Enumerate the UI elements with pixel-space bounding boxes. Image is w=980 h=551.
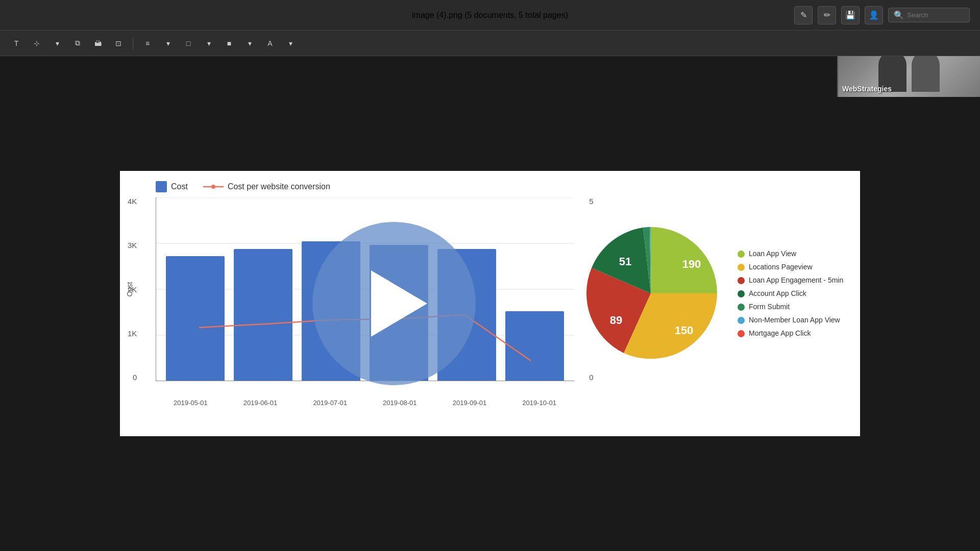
crop-tool[interactable]: ⊡ bbox=[110, 35, 127, 52]
x-label-0: 2019-05-01 bbox=[174, 399, 208, 407]
edit-icon-btn[interactable]: ✎ bbox=[794, 6, 813, 24]
cursor-tool[interactable]: ⊹ bbox=[29, 35, 45, 52]
edit-mode-btn[interactable]: ✏ bbox=[818, 6, 836, 24]
text-tool[interactable]: T bbox=[8, 35, 24, 52]
pie-dot-2 bbox=[738, 277, 745, 284]
x-axis: 2019-05-01 2019-06-01 2019-07-01 2019-08… bbox=[156, 399, 574, 407]
x-label-4: 2019-09-01 bbox=[453, 399, 487, 407]
search-icon: 🔍 bbox=[894, 10, 904, 20]
x-label-2: 2019-07-01 bbox=[313, 399, 347, 407]
legend-line-icon bbox=[203, 184, 224, 190]
search-box[interactable]: 🔍 bbox=[888, 8, 970, 22]
pie-label-text-1: Locations Pageview bbox=[749, 263, 813, 271]
fill-dropdown[interactable]: ▾ bbox=[241, 35, 258, 52]
user-btn[interactable]: 👤 bbox=[865, 6, 883, 24]
pie-label-89: 89 bbox=[610, 314, 622, 327]
topbar-right: ✎ ✏ 💾 👤 🔍 bbox=[794, 6, 970, 24]
pie-label-text-2: Loan App Engagement - 5min bbox=[749, 276, 843, 284]
dropdown-1[interactable]: ▾ bbox=[49, 35, 65, 52]
y-label-4k: 4K bbox=[128, 197, 137, 205]
align-tool[interactable]: ≡ bbox=[139, 35, 156, 52]
search-input[interactable] bbox=[907, 11, 964, 19]
pie-dot-1 bbox=[738, 264, 745, 271]
pie-chart: 190 150 89 51 bbox=[574, 217, 727, 370]
legend-cost: Cost bbox=[156, 181, 188, 192]
chart-container: Cost Cost per website conversion 4K 3K 2… bbox=[120, 171, 860, 436]
copy-tool[interactable]: ⧉ bbox=[69, 35, 86, 52]
play-button[interactable] bbox=[312, 222, 476, 385]
pie-label-190: 190 bbox=[682, 258, 701, 270]
pie-dot-5 bbox=[738, 317, 745, 324]
y-label-3k: 3K bbox=[128, 241, 137, 249]
topbar: image (4).png (5 documents, 5 total page… bbox=[0, 0, 980, 31]
pie-dot-0 bbox=[738, 251, 745, 258]
pie-dot-4 bbox=[738, 304, 745, 311]
pie-label-text-0: Loan App View bbox=[749, 249, 796, 258]
legend-cost-line-label: Cost per website conversion bbox=[228, 182, 330, 191]
y-axis-title: Cost bbox=[126, 282, 134, 297]
y-label-0: 0 bbox=[133, 373, 137, 381]
bar-5 bbox=[505, 311, 564, 381]
x-label-1: 2019-06-01 bbox=[243, 399, 278, 407]
pie-legend-6: Mortgage App Click bbox=[738, 329, 843, 337]
pie-legend-4: Form Submit bbox=[738, 303, 843, 311]
pie-legend-0: Loan App View bbox=[738, 249, 843, 258]
pie-legend-5: Non-Member Loan App View bbox=[738, 316, 843, 324]
pie-label-text-4: Form Submit bbox=[749, 303, 790, 311]
legend-cost-label: Cost bbox=[171, 182, 188, 191]
fill-tool[interactable]: 🏔 bbox=[90, 35, 106, 52]
pie-label-text-5: Non-Member Loan App View bbox=[749, 316, 840, 324]
pie-legend-2: Loan App Engagement - 5min bbox=[738, 276, 843, 284]
webcam-label: WebStrategies bbox=[842, 85, 892, 93]
border-dropdown[interactable]: ▾ bbox=[201, 35, 217, 52]
font-tool[interactable]: A bbox=[262, 35, 278, 52]
pie-dot-6 bbox=[738, 330, 745, 337]
align-dropdown[interactable]: ▾ bbox=[160, 35, 176, 52]
bar-1 bbox=[234, 249, 292, 381]
pie-label-51: 51 bbox=[619, 255, 631, 268]
svg-point-1 bbox=[211, 185, 215, 189]
pie-dot-3 bbox=[738, 290, 745, 297]
pie-label-text-6: Mortgage App Click bbox=[749, 329, 811, 337]
pie-legend-1: Locations Pageview bbox=[738, 263, 843, 271]
legend-cost-box bbox=[156, 181, 167, 192]
topbar-title: image (4).png (5 documents, 5 total page… bbox=[412, 11, 568, 20]
pie-svg: 190 150 89 51 bbox=[574, 217, 727, 370]
person-2 bbox=[912, 51, 940, 92]
pie-label-text-3: Account App Click bbox=[749, 289, 806, 297]
border-tool[interactable]: □ bbox=[180, 35, 197, 52]
play-triangle-icon bbox=[371, 270, 427, 337]
separator-1 bbox=[133, 37, 133, 49]
y-label-1k: 1K bbox=[128, 330, 137, 337]
legend-cost-line: Cost per website conversion bbox=[203, 182, 330, 191]
pie-legend-3: Account App Click bbox=[738, 289, 843, 297]
pie-legend: Loan App View Locations Pageview Loan Ap… bbox=[738, 249, 843, 337]
x-label-3: 2019-08-01 bbox=[383, 399, 417, 407]
main-content: Cost Cost per website conversion 4K 3K 2… bbox=[0, 56, 980, 551]
bar-0 bbox=[166, 256, 225, 381]
save-btn[interactable]: 💾 bbox=[841, 6, 860, 24]
fill-color-tool[interactable]: ■ bbox=[221, 35, 237, 52]
x-label-5: 2019-10-01 bbox=[522, 399, 556, 407]
pie-label-150: 150 bbox=[675, 324, 694, 337]
pie-section: 190 150 89 51 Loan App View Locations Pa… bbox=[574, 181, 860, 406]
font-dropdown[interactable]: ▾ bbox=[282, 35, 299, 52]
toolbar: T ⊹ ▾ ⧉ 🏔 ⊡ ≡ ▾ □ ▾ ■ ▾ A ▾ bbox=[0, 31, 980, 56]
